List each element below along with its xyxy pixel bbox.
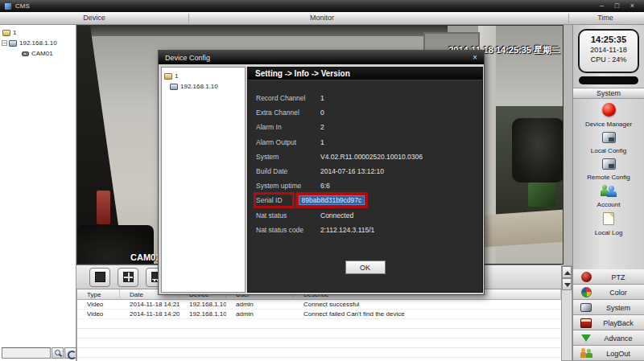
field-alarm-in: Alarm In 2 [248,120,482,134]
logout-button[interactable]: LogOut [573,346,644,361]
device-manager-button[interactable]: Device Manager [573,103,644,128]
refresh-icon[interactable] [64,347,76,359]
sidebar-menu: PTZ Color System PlayBack Advance LogOut [573,269,644,361]
header-divider [188,14,189,23]
minimize-button[interactable]: – [597,2,607,10]
video-scene-shape [512,118,564,183]
local-config-icon [602,132,616,143]
tree-search-bar [2,347,76,359]
device-group-icon [164,73,172,80]
section-header-bar: Device Monitor Time [0,12,644,25]
status-bar-pill [579,76,638,84]
log-table: Type Date Device User Describe Video 201… [76,289,561,361]
search-icon[interactable] [52,347,64,359]
single-view-button[interactable] [89,268,110,287]
field-system-version: System V4.02.R11.00002520.10010.0306 [248,150,482,164]
clock-panel: 14:25:35 2014-11-18 CPU : 24% [578,29,639,73]
time-pane-header: Time [597,14,613,22]
close-button[interactable]: × [627,2,638,10]
log-row[interactable]: Video 2014-11-18 14:20:33 192.168.1.10 a… [77,310,561,319]
device-group-icon [2,30,10,36]
video-scene-shape [97,191,110,224]
color-button[interactable]: Color [573,285,644,300]
ok-button[interactable]: OK [345,260,386,274]
window-titlebar: CMS – □ × [0,0,644,12]
video-scene-shape [77,26,448,36]
device-tree-panel: 1 − 192.168.1.10 CAM01 [0,25,76,361]
dialog-device-tree: 1 192.168.1.10 [161,67,246,293]
logout-icon [580,348,592,359]
system-section-header: System [573,88,644,99]
field-extra-channel: Extra Channel 0 [248,105,482,120]
tree-node-device[interactable]: − 192.168.1.10 [0,38,76,48]
log-row-empty [77,348,561,358]
dialog-tree-root[interactable]: 1 [162,70,245,80]
video-osd-camera-name: CAM01 [130,252,160,262]
quad-view-icon [123,272,134,282]
maximize-button[interactable]: □ [612,2,622,10]
field-nat-status-code: Nat status code 2:112.124.3.115/1 [248,223,482,237]
quad-view-button[interactable] [118,268,138,287]
dialog-close-icon[interactable]: × [473,53,484,62]
remote-config-icon [602,158,616,170]
field-nat-status: Nat status Connected [248,208,482,223]
ptz-icon [581,272,592,282]
log-row-empty [77,319,561,329]
local-log-button[interactable]: Local Log [573,212,644,236]
search-input[interactable] [2,347,51,359]
color-icon [581,287,592,297]
device-config-dialog: Device Config × 1 192.168.1.10 Setting -… [158,50,485,295]
camera-icon [22,51,29,56]
local-config-button[interactable]: Local Config [573,132,644,154]
app-icon [5,3,11,10]
device-manager-icon [602,103,616,117]
serial-id-annotation-box: Serial ID [256,195,292,206]
dialog-tree-device[interactable]: 192.168.1.10 [162,80,245,91]
field-serial-id: Serial ID 89bab8d31b9cd97c [248,193,482,207]
clock-date: 2014-11-18 [580,46,638,54]
single-view-icon [95,272,105,282]
account-button[interactable]: Account [573,185,644,208]
local-log-icon [603,212,614,225]
scroll-up-icon[interactable] [562,266,572,278]
header-divider [568,14,569,23]
log-row-empty [77,338,561,348]
scroll-down-icon[interactable] [562,278,572,290]
ptz-button[interactable]: PTZ [573,269,644,285]
advance-icon [581,334,591,342]
tree-node-camera[interactable]: CAM01 [0,48,76,59]
window-title: CMS [15,2,30,10]
device-icon [9,40,17,47]
playback-button[interactable]: PlayBack [573,315,644,330]
log-row-empty [77,329,561,338]
dialog-content: Setting -> Info -> Version Record Channe… [247,67,483,293]
dialog-titlebar: Device Config × [159,51,484,64]
device-pane-header: Device [83,14,105,22]
monitor-pane-header: Monitor [310,14,334,22]
field-alarm-output: Alarm Output 1 [248,135,482,150]
right-sidebar: 14:25:35 2014-11-18 CPU : 24% System Dev… [572,25,644,361]
log-scrollbar[interactable] [561,265,572,361]
device-icon [170,84,178,90]
system-icon [580,303,592,312]
collapse-icon[interactable]: − [2,40,7,46]
field-record-channel: Record Channel 1 [248,91,482,105]
cpu-usage: CPU : 24% [580,55,638,64]
video-scene-shape [528,183,555,207]
playback-icon [580,318,592,328]
log-row[interactable]: Video 2014-11-18 14:21:20 192.168.1.10 a… [77,300,561,310]
serial-id-value-selected[interactable]: 89bab8d31b9cd97c [299,195,365,205]
tree-node-root[interactable]: 1 [0,27,76,38]
version-info-fields: Record Channel 1 Extra Channel 0 Alarm I… [248,80,482,237]
remote-config-button[interactable]: Remote Config [573,158,644,181]
advance-button[interactable]: Advance [573,330,644,346]
col-type: Type [77,289,120,300]
dialog-breadcrumb: Setting -> Info -> Version [248,68,482,80]
field-system-uptime: System uptime 6:6 [248,178,482,193]
video-scene-shape [484,210,564,248]
clock-time: 14:25:35 [580,35,638,44]
dialog-title: Device Config [165,54,210,62]
account-icon [601,185,617,197]
system-button[interactable]: System [573,300,644,315]
field-build-date: Build Date 2014-07-16 13:12:10 [248,164,482,178]
